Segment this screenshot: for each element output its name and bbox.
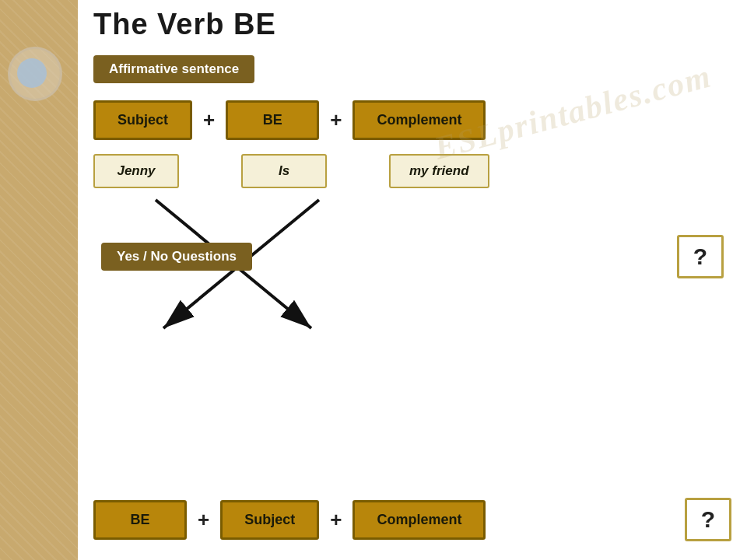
bottom-section: BE + Subject + Complement ? (93, 498, 731, 541)
affirmative-label: Affirmative sentence (93, 55, 254, 83)
formula-subject-box: Subject (93, 100, 192, 140)
questions-label: Yes / No Questions (101, 243, 252, 271)
sidebar (0, 0, 78, 560)
formula-be-box: BE (226, 100, 319, 140)
mid-section: Yes / No Questions ? (93, 188, 724, 344)
bottom-plus-1: + (198, 508, 209, 532)
main-content: ESLprintables.com The Verb BE Affirmativ… (78, 0, 747, 560)
page-title: The Verb BE (93, 8, 724, 41)
question-mark-top: ? (677, 235, 724, 278)
question-mark-bottom: ? (685, 498, 731, 541)
bottom-be-box: BE (93, 500, 187, 540)
formula-complement-box: Complement (352, 100, 486, 140)
bottom-plus-2: + (330, 508, 342, 532)
bottom-formula-row: BE + Subject + Complement ? (93, 498, 731, 541)
example-be-box: Is (241, 154, 327, 188)
bottom-subject-box: Subject (220, 500, 319, 540)
bottom-complement-box: Complement (352, 500, 486, 540)
affirmative-formula-row: Subject + BE + Complement (93, 100, 724, 140)
example-row: Jenny Is my friend (93, 154, 724, 188)
example-subject-box: Jenny (93, 154, 179, 188)
sidebar-circle-inner (17, 58, 47, 88)
formula-plus-2: + (330, 108, 342, 132)
formula-plus-1: + (203, 108, 215, 132)
example-complement-box: my friend (389, 154, 489, 188)
